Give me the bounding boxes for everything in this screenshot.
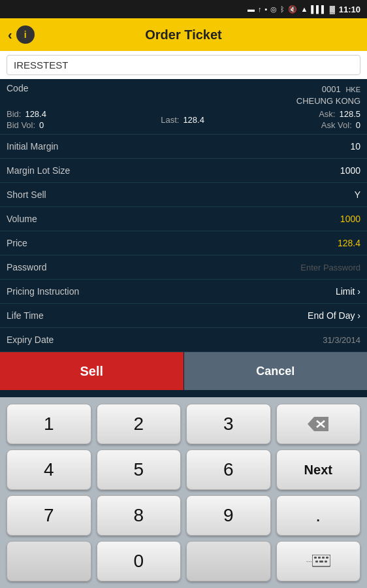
numpad-key-7[interactable]: 7 (7, 495, 91, 536)
numpad-empty-12 (7, 541, 91, 581)
field-label-8: Expiry Date (7, 335, 54, 345)
eye-icon: ◎ (270, 5, 277, 14)
numpad-key-8[interactable]: 8 (97, 495, 182, 536)
mute-icon: 🔇 (288, 5, 297, 14)
numpad-key-.[interactable]: . (276, 495, 361, 536)
battery-icon: ▓ (330, 5, 335, 13)
numpad-grid: 123 456Next789.0··· (7, 404, 360, 581)
field-value-3: 1000 (340, 214, 360, 224)
code-label: Code (7, 83, 28, 93)
field-label-2: Short Sell (7, 189, 46, 200)
ask-group: Ask: 128.5 Ask Vol: 0 (319, 109, 360, 130)
field-value-1: 1000 (340, 165, 360, 176)
app-logo: i (15, 24, 36, 45)
field-label-0: Initial Margin (7, 141, 58, 152)
status-time: 11:10 (339, 5, 360, 14)
upload-icon: ↑ (258, 5, 262, 13)
field-row-2: Short SellY (0, 183, 367, 207)
svg-rect-9 (319, 561, 323, 563)
numpad-key-3[interactable]: 3 (186, 404, 271, 444)
ask-value: 128.5 (339, 109, 360, 119)
svg-rect-10 (325, 561, 327, 563)
fields-container: Initial Margin10Margin Lot Size1000Short… (0, 135, 367, 352)
field-value-2: Y (355, 189, 360, 200)
action-buttons: Sell Cancel (0, 352, 367, 390)
numpad-key-1[interactable]: 1 (7, 404, 91, 444)
field-row-7[interactable]: Life TimeEnd Of Day › (0, 304, 367, 328)
svg-rect-6 (322, 557, 325, 559)
field-row-5[interactable]: PasswordEnter Password (0, 255, 367, 280)
field-value-7: End Of Day › (308, 310, 360, 321)
field-value-4: 128.4 (338, 238, 360, 248)
code-info: 0001 HKE CHEUNG KONG (296, 83, 360, 106)
back-button[interactable]: ‹ i (8, 24, 36, 45)
header: ‹ i Order Ticket (0, 18, 367, 51)
field-value-6: Limit › (336, 286, 360, 297)
field-label-3: Volume (7, 214, 37, 224)
bid-value: 128.4 (25, 109, 46, 119)
field-label-1: Margin Lot Size (7, 165, 70, 176)
ellipsis-icon: ··· (306, 557, 312, 565)
field-row-6[interactable]: Pricing InstructionLimit › (0, 280, 367, 304)
svg-rect-5 (318, 557, 321, 559)
camera-icon: ▪ (265, 5, 268, 13)
code-number: 0001 HKE (322, 84, 360, 94)
status-bar: ▬ ↑ ▪ ◎ ᛒ 🔇 ▲ ▌▌▌ ▓ 11:10 (0, 0, 367, 18)
wifi-icon: ▲ (300, 5, 308, 13)
svg-rect-4 (314, 557, 317, 559)
page-title: Order Ticket (145, 27, 221, 42)
logo-text: i (24, 29, 27, 40)
field-label-4: Price (7, 238, 27, 248)
numpad-key-9[interactable]: 9 (186, 495, 271, 536)
keyboard-icon (312, 555, 330, 568)
numpad-empty-14 (186, 541, 271, 581)
bid-vol-label: Bid Vol: (7, 120, 35, 130)
numpad-key-5[interactable]: 5 (97, 449, 182, 490)
field-row-0: Initial Margin10 (0, 135, 367, 159)
sell-button[interactable]: Sell (0, 352, 184, 390)
numpad-key-0[interactable]: 0 (97, 541, 182, 581)
svg-marker-0 (308, 417, 328, 431)
numpad-next-key[interactable]: Next (276, 449, 361, 490)
last-group: Last: 128.4 (161, 115, 204, 125)
last-label: Last: (161, 115, 179, 125)
screen-icon: ▬ (247, 5, 255, 13)
field-value-5: Enter Password (300, 263, 360, 272)
numpad-key-2[interactable]: 2 (97, 404, 182, 444)
field-row-8: Expiry Date31/3/2014 (0, 328, 367, 352)
signal-icon: ▌▌▌ (311, 5, 326, 13)
field-row-4[interactable]: Price128.4 (0, 231, 367, 255)
field-value-0: 10 (350, 141, 360, 152)
numpad-key-6[interactable]: 6 (186, 449, 271, 490)
field-row-3[interactable]: Volume1000 (0, 207, 367, 231)
field-label-6: Pricing Instruction (7, 286, 79, 297)
cancel-button[interactable]: Cancel (184, 352, 368, 390)
backspace-icon (308, 417, 328, 431)
bid-label: Bid: (7, 109, 21, 119)
ask-vol-value: 0 (356, 120, 360, 130)
last-value: 128.4 (183, 115, 204, 125)
bid-vol-value: 0 (39, 120, 44, 130)
ask-label: Ask: (319, 109, 335, 119)
numpad-key-4[interactable]: 4 (7, 449, 91, 490)
status-icons: ▬ ↑ ▪ ◎ ᛒ 🔇 ▲ ▌▌▌ ▓ (247, 5, 335, 14)
numpad-backspace-key[interactable] (276, 404, 361, 444)
code-name: CHEUNG KONG (296, 96, 360, 106)
bid-ask-row: Bid: 128.4 Bid Vol: 0 Last: 128.4 Ask: 1… (7, 109, 360, 130)
ask-vol-label: Ask Vol: (321, 120, 352, 130)
svg-rect-7 (326, 557, 328, 559)
search-bar (0, 51, 367, 79)
bid-group: Bid: 128.4 Bid Vol: 0 (7, 109, 46, 130)
svg-rect-8 (315, 561, 318, 563)
numpad-area: 123 456Next789.0··· (0, 397, 367, 588)
field-row-1: Margin Lot Size1000 (0, 159, 367, 183)
numpad-keyboard-key[interactable]: ··· (276, 541, 361, 581)
bluetooth-icon: ᛒ (280, 5, 285, 13)
field-label-5: Password (7, 262, 46, 272)
field-value-8: 31/3/2014 (323, 335, 360, 345)
back-arrow-icon: ‹ (8, 27, 12, 42)
code-section: Code 0001 HKE CHEUNG KONG Bid: 128.4 Bid… (0, 79, 367, 135)
field-label-7: Life Time (7, 310, 44, 321)
search-input[interactable] (7, 55, 360, 75)
